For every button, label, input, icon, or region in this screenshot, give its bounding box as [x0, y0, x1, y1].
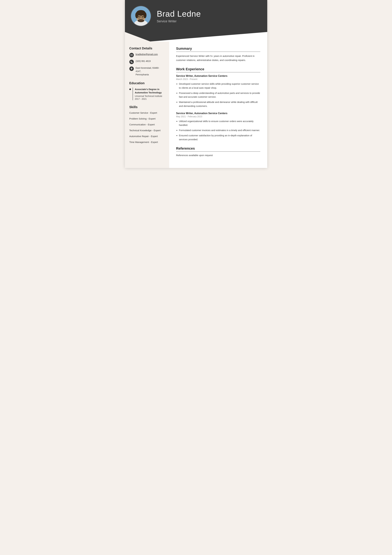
- phone-icon: [129, 60, 134, 64]
- education-bullet: [129, 88, 131, 90]
- job-bullet-item: Ensured customer satisfaction by providi…: [179, 134, 260, 141]
- skill-item: Customer Service - Expert: [129, 111, 165, 116]
- triangle-left: [125, 32, 150, 42]
- education-item: Associate's Degree in Automotive Technol…: [129, 88, 165, 100]
- job-bullet-item: Possessed a deep understanding of automo…: [179, 91, 260, 99]
- skills-section: Skills Customer Service - ExpertProblem …: [129, 105, 165, 145]
- contact-email-item: bradledne@gmail.com: [129, 53, 165, 57]
- svg-point-16: [131, 68, 132, 69]
- body-section: Contact Details bradledne@gmail.com: [125, 42, 267, 168]
- summary-section: Summary Experienced Service Writer with …: [176, 47, 260, 62]
- summary-title: Summary: [176, 47, 260, 52]
- resume-document: Brad Ledne Service Writer Contact Detail…: [125, 0, 267, 168]
- header-section: Brad Ledne Service Writer: [125, 0, 267, 32]
- summary-text: Experienced Service Writer with 5+ years…: [176, 54, 260, 62]
- sidebar: Contact Details bradledne@gmail.com: [125, 42, 169, 168]
- skills-list: Customer Service - ExpertProblem Solving…: [129, 111, 165, 145]
- contact-email-text: bradledne@gmail.com: [136, 53, 158, 56]
- job-dates: May 2021 - February 2023: [176, 115, 260, 118]
- svg-point-14: [142, 16, 143, 18]
- job-bullets: Developed customer service skills while …: [176, 82, 260, 108]
- avatar: [131, 6, 151, 26]
- education-section-title: Education: [129, 81, 165, 85]
- skill-item: Technical Knowledge - Expert: [129, 129, 165, 133]
- svg-rect-15: [130, 54, 132, 56]
- svg-point-13: [138, 16, 140, 18]
- job-bullet-item: Formulated customer invoices and estimat…: [179, 128, 260, 132]
- skill-item: Time Management - Expert: [129, 141, 165, 145]
- references-section: References References available upon req…: [176, 146, 260, 157]
- svg-point-6: [143, 12, 146, 18]
- education-degree: Associate's Degree in Automotive Technol…: [135, 88, 165, 94]
- job-bullet-item: Maintained a professional attitude and d…: [179, 100, 260, 108]
- candidate-name: Brad Ledne: [157, 9, 201, 19]
- references-text: References available upon request: [176, 154, 260, 157]
- work-experience-title: Work Experience: [176, 67, 260, 72]
- education-school: Universal Technical Institute: [135, 95, 165, 97]
- main-content: Summary Experienced Service Writer with …: [169, 42, 267, 168]
- triangle-right: [150, 32, 267, 42]
- skill-item: Communication - Expert: [129, 123, 165, 127]
- contact-section-title: Contact Details: [129, 47, 165, 50]
- references-title: References: [176, 146, 260, 152]
- job-item: Service Writer, Autonation Service Cente…: [176, 74, 260, 108]
- education-section: Education Associate's Degree in Automoti…: [129, 81, 165, 100]
- work-experience-section: Work Experience Service Writer, Autonati…: [176, 67, 260, 141]
- skills-section-title: Skills: [129, 105, 165, 109]
- job-bullets: Utilized organizational skills to ensure…: [176, 119, 260, 141]
- education-dates: 2017 - 2021: [135, 98, 165, 100]
- skill-item: Problem Solving - Expert: [129, 117, 165, 122]
- job-title: Service Writer, Autonation Service Cente…: [176, 74, 260, 77]
- job-bullet-item: Utilized organizational skills to ensure…: [179, 119, 260, 127]
- contact-address-text: East Kevenstad, 93480-4147,Pennsylvania: [136, 66, 165, 76]
- header-triangle-decoration: [125, 32, 267, 42]
- jobs-list: Service Writer, Autonation Service Cente…: [176, 74, 260, 141]
- skill-item: Automotive Repair - Expert: [129, 135, 165, 139]
- location-icon: [129, 66, 134, 71]
- email-icon: [129, 53, 134, 57]
- job-dates: March 2023 - Present: [176, 78, 260, 80]
- education-content: Associate's Degree in Automotive Technol…: [133, 88, 165, 100]
- contact-address-item: East Kevenstad, 93480-4147,Pennsylvania: [129, 66, 165, 76]
- job-bullet-item: Developed customer service skills while …: [179, 82, 260, 90]
- svg-point-5: [135, 12, 138, 18]
- header-info: Brad Ledne Service Writer: [157, 9, 201, 23]
- contact-section: Contact Details bradledne@gmail.com: [129, 47, 165, 76]
- job-title: Service Writer, Autonation Service Cente…: [176, 112, 260, 115]
- contact-phone-text: (320) 991 4819: [136, 59, 151, 63]
- job-item: Service Writer, Autonation Service Cente…: [176, 112, 260, 141]
- contact-phone-item: (320) 991 4819: [129, 59, 165, 64]
- email-link[interactable]: bradledne@gmail.com: [136, 53, 158, 56]
- candidate-title: Service Writer: [157, 20, 201, 23]
